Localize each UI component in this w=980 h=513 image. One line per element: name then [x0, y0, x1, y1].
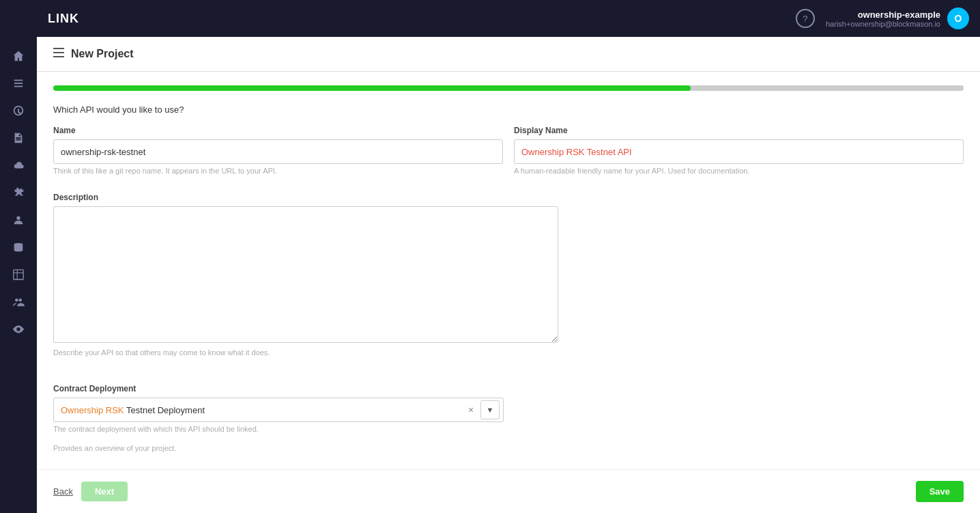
page-footer: Back Next Save	[37, 469, 980, 513]
sidebar-item-groups[interactable]	[5, 290, 32, 314]
svg-rect-0	[14, 80, 23, 81]
footer-left: Back Next	[53, 482, 128, 501]
user-name: ownership-example	[826, 10, 940, 20]
page-title: New Project	[71, 48, 134, 60]
name-col: Name Think of this like a git repo name.…	[53, 126, 503, 175]
contract-text-part2: Testnet Deployment	[126, 405, 205, 415]
sidebar-item-deploy[interactable]	[5, 98, 32, 123]
display-name-label: Display Name	[514, 126, 964, 135]
sidebar-item-view[interactable]	[5, 317, 32, 342]
user-details: ownership-example harish+ownership@block…	[826, 10, 940, 28]
sidebar-item-cloud[interactable]	[5, 153, 32, 178]
description-textarea[interactable]	[53, 206, 558, 343]
brand-name: LINK	[48, 12, 79, 26]
contract-deployment-display[interactable]: Ownership RSK Testnet Deployment	[53, 398, 504, 422]
progress-bar-container	[53, 85, 964, 91]
right-panel: LINK ? ownership-example harish+ownershi…	[37, 0, 980, 513]
avatar: O	[947, 8, 969, 29]
svg-rect-10	[53, 48, 64, 49]
contract-icons: × ▼	[464, 400, 500, 419]
svg-rect-2	[14, 86, 23, 87]
sidebar-item-plugins[interactable]	[5, 180, 32, 205]
page-header: New Project	[37, 37, 980, 72]
save-button[interactable]: Save	[916, 481, 964, 502]
footer-right: Save	[916, 481, 964, 502]
sidebar-item-user[interactable]	[5, 208, 32, 232]
svg-rect-12	[53, 56, 64, 57]
contract-deployment-hint: The contract deployment with which this …	[53, 425, 964, 433]
contract-text-part1: Ownership RSK	[61, 405, 124, 415]
sidebar-item-table[interactable]	[5, 262, 32, 287]
sidebar-item-database[interactable]	[5, 235, 32, 260]
contract-select-wrapper: Ownership RSK Testnet Deployment × ▼	[53, 398, 504, 422]
description-label: Description	[53, 193, 964, 202]
name-input[interactable]	[53, 139, 503, 164]
name-label: Name	[53, 126, 503, 135]
name-row: Name Think of this like a git repo name.…	[53, 126, 964, 175]
page-content: Which API would you like to use? Name Th…	[37, 72, 980, 469]
overview-note: Provides an overview of your project.	[53, 444, 964, 452]
svg-rect-11	[53, 52, 64, 53]
next-button[interactable]: Next	[81, 482, 128, 501]
help-button[interactable]: ?	[796, 9, 815, 28]
sidebar-item-home[interactable]	[5, 44, 32, 68]
contract-deployment-section: Contract Deployment Ownership RSK Testne…	[53, 384, 964, 433]
menu-icon	[53, 48, 64, 60]
contract-deployment-label: Contract Deployment	[53, 384, 964, 393]
topbar: LINK ? ownership-example harish+ownershi…	[0, 0, 980, 37]
topbar-right: ? ownership-example harish+ownership@blo…	[796, 8, 969, 29]
sidebar-item-list[interactable]	[5, 71, 32, 96]
back-button[interactable]: Back	[53, 486, 73, 497]
svg-point-9	[18, 299, 22, 302]
svg-rect-5	[14, 270, 23, 279]
display-name-input[interactable]	[514, 139, 964, 164]
topbar-brand: LINK	[0, 12, 79, 26]
svg-point-3	[16, 217, 20, 220]
name-hint: Think of this like a git repo name. It a…	[53, 167, 503, 175]
contract-clear-button[interactable]: ×	[464, 403, 478, 417]
description-hint: Describe your API so that others may com…	[53, 348, 964, 357]
svg-point-8	[15, 299, 18, 302]
sidebar-item-documents[interactable]	[5, 126, 32, 150]
sidebar	[0, 0, 37, 513]
display-name-hint: A human-readable friendly name for your …	[514, 167, 964, 175]
svg-rect-1	[14, 83, 23, 84]
user-email: harish+ownership@blockmason.io	[826, 20, 940, 28]
sidebar-navigation	[0, 37, 37, 348]
user-info: ownership-example harish+ownership@block…	[826, 8, 969, 29]
display-name-col: Display Name A human-readable friendly n…	[514, 126, 964, 175]
contract-dropdown-button[interactable]: ▼	[480, 400, 500, 419]
progress-fill	[53, 85, 691, 91]
section-question: Which API would you like to use?	[53, 105, 964, 115]
description-section: Description Describe your API so that ot…	[53, 193, 964, 357]
